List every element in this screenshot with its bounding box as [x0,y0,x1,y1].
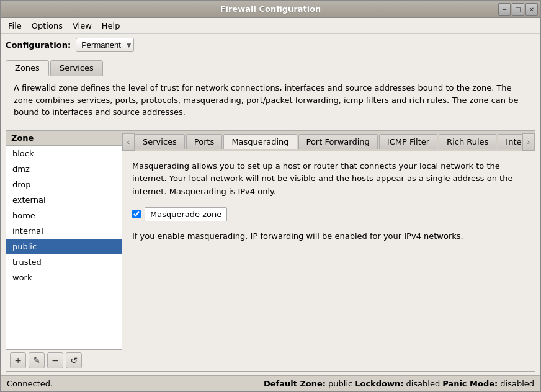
maximize-button[interactable]: □ [512,3,524,16]
panic-value: disabled [500,379,534,388]
sub-tab-icmp-filter[interactable]: ICMP Filter [379,134,437,149]
masquerade-content: Masquerading allows you to set up a host… [122,151,535,372]
masquerade-note: If you enable masquerading, IP forwardin… [132,230,525,243]
sub-tabs-right-arrow[interactable]: › [522,133,535,151]
config-select-wrapper: Permanent Runtime [76,38,134,52]
default-zone-label: Default Zone: [264,379,326,388]
menu-help[interactable]: Help [97,19,125,32]
zone-header: Zone [6,131,122,146]
sub-tabs-left-arrow[interactable]: ‹ [122,133,135,151]
sub-tab-port-forwarding[interactable]: Port Forwarding [298,134,378,149]
zone-sidebar: Zone block dmz drop external home intern… [6,130,122,372]
zone-toolbar: + ✎ − ↺ [6,349,122,371]
sub-tab-rich-rules[interactable]: Rich Rules [439,134,496,149]
edit-zone-button[interactable]: ✎ [29,352,45,368]
zone-panel: Zone block dmz drop external home intern… [6,130,535,372]
menubar: File Options View Help [1,18,540,34]
zone-list: block dmz drop external home internal pu… [6,146,122,350]
add-zone-button[interactable]: + [10,352,26,368]
remove-zone-button[interactable]: − [47,352,63,368]
sub-tab-services[interactable]: Services [135,134,185,149]
zone-item-block[interactable]: block [6,146,122,161]
minimize-button[interactable]: ─ [498,3,511,16]
zone-item-home[interactable]: home [6,208,122,223]
tab-services[interactable]: Services [50,60,103,76]
lockdown-value: disabled [406,379,440,388]
reload-zone-button[interactable]: ↺ [66,352,82,368]
lockdown-label: Lockdown: [355,379,403,388]
close-button[interactable]: ✕ [525,3,538,16]
toolbar: Configuration: Permanent Runtime [1,34,540,56]
config-select[interactable]: Permanent Runtime [76,38,134,52]
menu-view[interactable]: View [68,19,97,32]
config-label: Configuration: [6,40,71,50]
tab-zones[interactable]: Zones [6,60,49,76]
zone-item-dmz[interactable]: dmz [6,161,122,177]
zone-item-internal[interactable]: internal [6,223,122,239]
masquerade-checkbox-row: Masquerade zone [132,207,525,221]
sub-tabs-container: ‹ Services Ports Masquerading Port Forwa… [122,131,535,151]
window-controls: ─ □ ✕ [498,3,538,16]
sub-tab-interfaces[interactable]: Interfaces [498,134,522,149]
sub-tab-ports[interactable]: Ports [186,134,223,149]
zone-item-drop[interactable]: drop [6,177,122,192]
zone-content: ‹ Services Ports Masquerading Port Forwa… [122,130,535,372]
panic-label: Panic Mode: [442,379,498,388]
zone-item-work[interactable]: work [6,270,122,285]
zone-item-public[interactable]: public [6,239,122,254]
masquerade-checkbox-label: Masquerade zone [145,207,227,221]
sub-tab-masquerading[interactable]: Masquerading [223,134,297,149]
menu-options[interactable]: Options [27,19,68,32]
default-zone-value: public [328,379,352,388]
window-title: Firewall Configuration [220,4,321,14]
status-connected: Connected. [7,379,261,388]
main-window: Firewall Configuration ─ □ ✕ File Option… [0,0,541,392]
titlebar: Firewall Configuration ─ □ ✕ [1,1,540,18]
zone-item-external[interactable]: external [6,192,122,208]
masquerade-checkbox[interactable] [132,210,141,218]
menu-file[interactable]: File [3,19,27,32]
zone-item-trusted[interactable]: trusted [6,254,122,270]
top-tabs: Zones Services [6,60,535,76]
statusbar: Connected. Default Zone: public Lockdown… [1,375,540,391]
main-content: Zones Services A firewalld zone defines … [1,56,540,375]
sub-tabs: Services Ports Masquerading Port Forward… [135,134,522,149]
zone-description: A firewalld zone defines the level of tr… [6,76,535,125]
masquerade-description: Masquerading allows you to set up a host… [132,160,525,198]
